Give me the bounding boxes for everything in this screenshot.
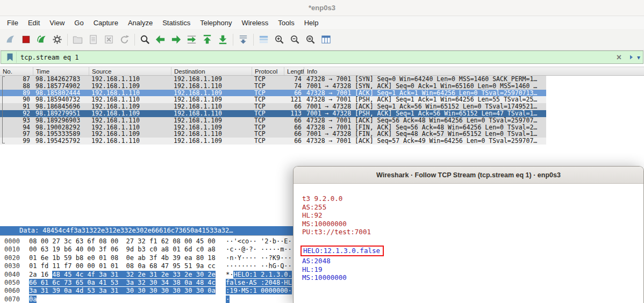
- client-data-line: t3 9.2.0.0: [302, 194, 643, 203]
- display-filter-input[interactable]: [20, 54, 613, 61]
- colorize-packets-button[interactable]: [256, 32, 271, 47]
- stop-capture-button[interactable]: [18, 32, 34, 47]
- restart-capture-button[interactable]: [34, 32, 49, 47]
- packet-time: 98.189296903: [33, 117, 89, 124]
- resize-columns-button[interactable]: [318, 32, 334, 47]
- hex-offset: 0030: [4, 262, 20, 270]
- reload-capture-button[interactable]: [117, 32, 132, 47]
- conversation-bracket: [2, 76, 5, 143]
- packet-length: 66: [284, 117, 304, 124]
- find-packet-button[interactable]: [137, 32, 153, 47]
- packet-time: 98.184262783: [33, 76, 89, 83]
- packet-info: 7001 → 47328 [PSH, ACK] Seq=1 Ack=56 Win…: [304, 110, 546, 117]
- packet-destination: 192.168.1.110: [171, 110, 252, 117]
- column-destination[interactable]: Destination: [171, 67, 252, 75]
- go-to-packet-button[interactable]: [184, 32, 199, 47]
- column-protocol[interactable]: Protocol: [252, 67, 284, 75]
- packet-length: 74: [284, 76, 304, 83]
- menu-capture[interactable]: Capture: [89, 18, 123, 28]
- toolbar-separator: [134, 34, 135, 46]
- filter-dropdown-icon[interactable]: ▾: [637, 54, 640, 61]
- go-forward-button[interactable]: [168, 32, 184, 47]
- table-row[interactable]: 9098.185940732192.168.1.110192.168.1.109…: [0, 96, 546, 103]
- column-time[interactable]: Time: [33, 67, 89, 75]
- follow-stream-content: t3 9.2.0.0 AS:255 HL:92 MS:10000000 PU:t…: [294, 184, 643, 282]
- menu-tools[interactable]: Tools: [273, 18, 299, 28]
- packet-time: 98.185940732: [33, 96, 89, 103]
- auto-scroll-button[interactable]: [235, 32, 251, 47]
- main-toolbar: [0, 29, 644, 50]
- packet-time: 98.195333589: [33, 131, 89, 138]
- packet-time: 98.186845696: [33, 103, 89, 110]
- zoom-in-button[interactable]: [271, 32, 287, 47]
- packet-info: 47328 → 7001 [ACK] Seq=57 Ack=49 Win=642…: [304, 138, 546, 145]
- packet-no: 99: [0, 138, 33, 145]
- packet-source: 192.168.1.109: [89, 83, 171, 90]
- follow-stream-titlebar[interactable]: Wireshark · Follow TCP Stream (tcp.strea…: [294, 167, 643, 184]
- packet-destination: 192.168.1.109: [171, 138, 252, 145]
- table-row[interactable]: 9798.195333589192.168.1.109192.168.1.110…: [0, 131, 546, 138]
- go-to-first-packet-button[interactable]: [199, 32, 215, 47]
- menu-statistics[interactable]: Statistics: [158, 18, 195, 28]
- filter-apply-icon[interactable]: [625, 54, 633, 61]
- shark-fin-icon: [5, 34, 16, 45]
- menu-view[interactable]: View: [45, 18, 69, 28]
- table-row[interactable]: 8798.184262783192.168.1.110192.168.1.109…: [0, 76, 546, 83]
- capture-options-button[interactable]: [49, 32, 65, 47]
- table-row[interactable]: 9398.189296903192.168.1.110192.168.1.109…: [0, 117, 546, 124]
- save-capture-file-button[interactable]: [85, 32, 101, 47]
- packet-no: 89: [0, 90, 33, 97]
- gear-icon: [52, 34, 63, 45]
- display-filter-bar: × ▾: [1, 50, 643, 64]
- packet-protocol: TCP: [252, 76, 284, 83]
- menu-go[interactable]: Go: [69, 18, 88, 28]
- table-row[interactable]: 8898.185774902192.168.1.109192.168.1.110…: [0, 83, 546, 90]
- table-row[interactable]: 9298.189279951192.168.1.109192.168.1.110…: [0, 110, 546, 117]
- packet-destination: 192.168.1.109: [171, 96, 252, 103]
- menu-help[interactable]: Help: [299, 18, 324, 28]
- filter-bookmark-button[interactable]: [4, 52, 17, 63]
- menu-file[interactable]: File: [2, 18, 23, 28]
- packet-no: 91: [0, 103, 33, 110]
- menu-telephony[interactable]: Telephony: [195, 18, 237, 28]
- close-capture-file-button[interactable]: [101, 32, 117, 47]
- packet-time: 98.195425792: [33, 138, 89, 145]
- table-row[interactable]: 9198.186845696192.168.1.109192.168.1.110…: [0, 103, 546, 110]
- column-info[interactable]: Info: [304, 67, 644, 75]
- menu-edit[interactable]: Edit: [23, 18, 45, 28]
- filter-clear-icon[interactable]: ×: [617, 53, 621, 62]
- table-row[interactable]: 9998.195425792192.168.1.110192.168.1.109…: [0, 138, 546, 145]
- column-no[interactable]: No.: [0, 67, 33, 75]
- blank-line: [302, 236, 643, 245]
- annotation-box: HELO:12.1.3.0.false: [300, 246, 384, 257]
- open-capture-file-button[interactable]: [70, 32, 85, 47]
- packet-source: 192.168.1.110: [89, 124, 171, 131]
- go-back-button[interactable]: [153, 32, 168, 47]
- table-row[interactable]: 8998.185802444192.168.1.110192.168.1.109…: [0, 90, 546, 97]
- packet-no: 93: [0, 117, 33, 124]
- packet-destination: 192.168.1.109: [171, 124, 252, 131]
- auto-scroll-icon: [238, 34, 249, 45]
- menu-analyze[interactable]: Analyze: [123, 18, 158, 28]
- packet-source: 192.168.1.110: [89, 96, 171, 103]
- table-row[interactable]: 9498.190028292192.168.1.110192.168.1.109…: [0, 124, 546, 131]
- folder-open-icon: [72, 34, 83, 45]
- toolbar-separator: [67, 34, 68, 46]
- packet-time: 98.185802444: [33, 90, 89, 97]
- search-icon: [139, 34, 151, 45]
- zoom-original-button[interactable]: [303, 32, 318, 47]
- column-source[interactable]: Source: [89, 67, 171, 75]
- server-data-line: HL:19: [302, 265, 643, 274]
- packet-no: 90: [0, 96, 33, 103]
- packet-length: 66: [284, 138, 304, 145]
- go-to-last-packet-button[interactable]: [215, 32, 231, 47]
- column-length[interactable]: Length: [284, 67, 304, 75]
- start-capture-button[interactable]: [3, 32, 18, 47]
- packet-no: 97: [0, 131, 33, 138]
- menu-wireless[interactable]: Wireless: [237, 18, 273, 28]
- packet-time: 98.189279951: [33, 110, 89, 117]
- hex-offset: 0070: [4, 295, 20, 303]
- hex-offset: 0020: [4, 254, 20, 262]
- zoom-out-button[interactable]: [287, 32, 303, 47]
- client-data-line: MS:10000000: [302, 220, 643, 228]
